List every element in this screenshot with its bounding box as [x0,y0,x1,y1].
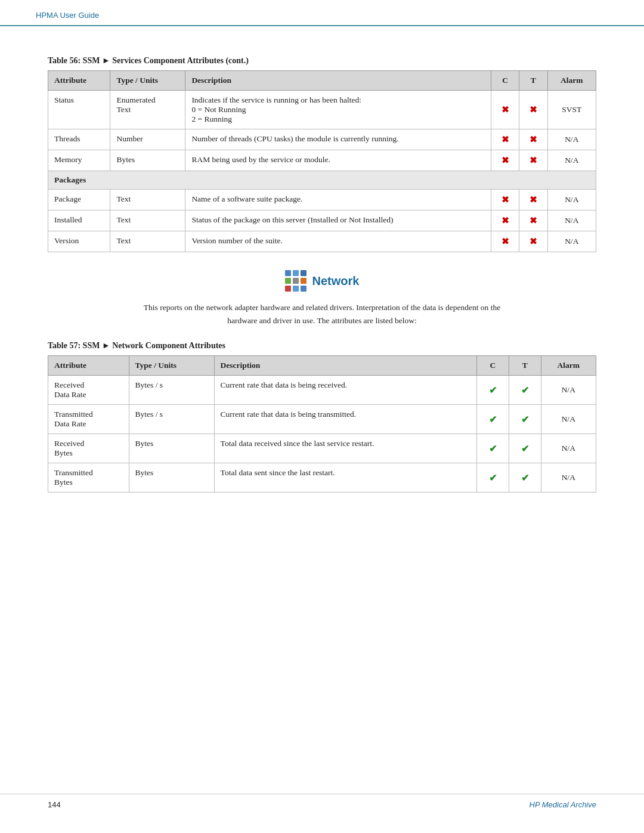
x-icon: ✖ [530,135,537,144]
cell-t: ✔ [509,463,541,493]
svg-rect-5 [301,278,306,284]
col-t: T [519,71,547,91]
cell-description: Current rate that data is being transmit… [214,405,476,434]
table-row: Memory Bytes RAM being used by the servi… [48,150,596,171]
svg-rect-6 [285,286,291,292]
cell-alarm: SVST [547,91,596,129]
table-row: Package Text Name of a software suite pa… [48,190,596,210]
check-icon: ✔ [489,414,497,425]
check-icon: ✔ [489,444,497,454]
col-attribute: Attribute [48,356,129,376]
x-icon: ✖ [501,135,509,144]
x-icon: ✖ [530,237,537,246]
cell-type: Text [110,190,185,210]
cell-c: ✔ [477,434,509,463]
col-c: C [491,71,519,91]
table-row: Status EnumeratedText Indicates if the s… [48,91,596,129]
table-row: Version Text Version number of the suite… [48,231,596,252]
cell-attribute: ReceivedData Rate [48,376,129,405]
cell-t: ✔ [509,405,541,434]
col-alarm: Alarm [541,356,596,376]
svg-rect-2 [301,270,306,276]
table-row: ReceivedData Rate Bytes / s Current rate… [48,376,596,405]
page-footer: 144 HP Medical Archive [0,794,644,815]
x-icon: ✖ [501,216,509,225]
col-type: Type / Units [129,356,214,376]
footer-brand: HP Medical Archive [530,800,596,809]
cell-description: Total data received since the last servi… [214,434,476,463]
network-heading-text: Network [312,274,360,288]
cell-type: Bytes / s [129,405,214,434]
cell-type: EnumeratedText [110,91,185,129]
cell-type: Bytes [129,434,214,463]
x-icon: ✖ [530,105,537,114]
svg-rect-1 [293,270,299,276]
cell-c: ✖ [491,231,519,252]
cell-t: ✖ [519,231,547,252]
cell-alarm: N/A [547,210,596,231]
cell-description: Version number of the suite. [185,231,491,252]
col-t: T [509,356,541,376]
x-icon: ✖ [501,195,509,205]
check-icon: ✔ [521,473,529,483]
col-c: C [477,356,509,376]
check-icon: ✔ [521,385,529,395]
cell-alarm: N/A [547,231,596,252]
cell-alarm: N/A [547,150,596,171]
table-row: Threads Number Number of threads (CPU ta… [48,129,596,150]
table57-title: Table 57: SSM ► Network Component Attrib… [48,341,596,351]
cell-attribute: Threads [48,129,110,150]
main-content: Table 56: SSM ► Services Component Attri… [0,26,644,558]
cell-c: ✖ [491,129,519,150]
svg-rect-0 [285,270,291,276]
svg-rect-3 [285,278,291,284]
header-link[interactable]: HPMA User Guide [36,11,99,20]
cell-description: Current rate that data is being received… [214,376,476,405]
cell-description: RAM being used by the service or module. [185,150,491,171]
network-heading: Network [48,270,596,292]
x-icon: ✖ [501,156,509,165]
page-header: HPMA User Guide [0,0,644,26]
x-icon: ✖ [501,105,509,114]
col-attribute: Attribute [48,71,110,91]
cell-description: Total data sent since the last restart. [214,463,476,493]
svg-rect-8 [301,286,306,292]
cell-type: Text [110,231,185,252]
col-alarm: Alarm [547,71,596,91]
table56: Attribute Type / Units Description C T A… [48,70,596,252]
cell-t: ✖ [519,210,547,231]
cell-c: ✔ [477,376,509,405]
cell-c: ✖ [491,150,519,171]
section-row: Packages [48,171,596,190]
check-icon: ✔ [489,385,497,395]
col-description: Description [185,71,491,91]
cell-alarm: N/A [547,190,596,210]
x-icon: ✖ [530,195,537,205]
cell-alarm: N/A [541,376,596,405]
cell-t: ✔ [509,376,541,405]
cell-type: Text [110,210,185,231]
table-row: TransmittedBytes Bytes Total data sent s… [48,463,596,493]
network-icon [285,270,306,292]
cell-t: ✔ [509,434,541,463]
check-icon: ✔ [521,414,529,425]
cell-attribute: Version [48,231,110,252]
cell-attribute: Installed [48,210,110,231]
cell-description: Indicates if the service is running or h… [185,91,491,129]
section-label: Packages [48,171,596,190]
cell-alarm: N/A [541,463,596,493]
table57: Attribute Type / Units Description C T A… [48,355,596,493]
network-description: This reports on the network adapter hard… [143,301,501,327]
col-type: Type / Units [110,71,185,91]
cell-c: ✔ [477,405,509,434]
cell-description: Name of a software suite package. [185,190,491,210]
x-icon: ✖ [530,216,537,225]
cell-t: ✖ [519,91,547,129]
cell-alarm: N/A [541,405,596,434]
svg-rect-7 [293,286,299,292]
cell-c: ✖ [491,190,519,210]
cell-c: ✖ [491,210,519,231]
table56-title: Table 56: SSM ► Services Component Attri… [48,56,596,66]
cell-description: Number of threads (CPU tasks) the module… [185,129,491,150]
check-icon: ✔ [521,444,529,454]
